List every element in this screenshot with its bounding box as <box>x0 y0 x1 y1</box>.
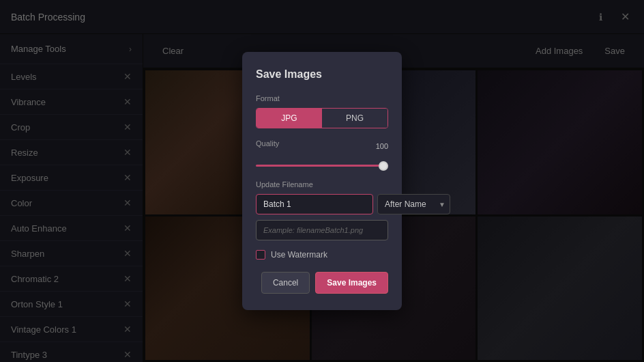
app-window: Batch Processing ℹ ✕ Manage Tools › Leve… <box>0 0 644 362</box>
format-jpg-button[interactable]: JPG <box>257 109 322 128</box>
filename-input[interactable] <box>256 194 373 214</box>
after-name-wrapper: After Name Before Name Replace ▼ <box>377 194 450 214</box>
modal-title: Save Images <box>256 68 388 81</box>
watermark-row: Use Watermark <box>256 250 388 260</box>
quality-value: 100 <box>376 142 388 150</box>
filename-preview: Example: filenameBatch1.png <box>256 220 388 240</box>
filename-row: After Name Before Name Replace ▼ <box>256 194 388 214</box>
modal-overlay: Save Images Format JPG PNG Quality 100 U… <box>0 0 644 362</box>
watermark-checkbox[interactable] <box>256 250 265 260</box>
filename-section-label: Update Filename <box>256 180 388 189</box>
modal-actions: Cancel Save Images <box>256 272 388 294</box>
after-name-select[interactable]: After Name Before Name Replace <box>377 194 450 214</box>
format-label: Format <box>256 94 388 102</box>
format-toggle: JPG PNG <box>256 108 388 128</box>
quality-label: Quality <box>256 139 279 148</box>
quality-slider[interactable] <box>256 165 388 167</box>
save-images-modal: Save Images Format JPG PNG Quality 100 U… <box>242 52 402 310</box>
cancel-button[interactable]: Cancel <box>261 272 310 294</box>
quality-slider-container <box>256 157 388 169</box>
save-images-button[interactable]: Save Images <box>315 272 388 294</box>
quality-row: Quality 100 <box>256 139 388 153</box>
format-png-button[interactable]: PNG <box>322 109 387 128</box>
watermark-label: Use Watermark <box>271 250 327 260</box>
